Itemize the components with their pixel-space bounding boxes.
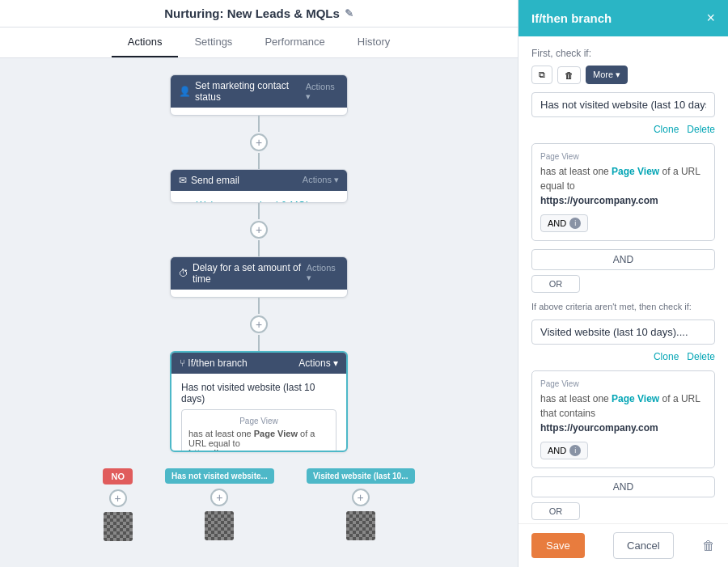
node-delay-header: ⏱ Delay for a set amount of time Actions… xyxy=(171,257,347,290)
b2-and-label: AND xyxy=(548,446,566,455)
branch-output-row: NO + Has not visited website... + Visite… xyxy=(103,468,414,541)
branch1-condition-label: Page View xyxy=(188,417,329,425)
trash-icon-toolbar: 🗑 xyxy=(565,70,574,80)
branch1-cond-text: has at least one Page View of a URL equa… xyxy=(540,164,706,208)
first-check-label: First, check if: xyxy=(531,48,715,59)
branch2-delete-btn[interactable]: Delete xyxy=(687,351,715,362)
branch2-cond-text: has at least one Page View of a URL that… xyxy=(540,391,706,435)
more-btn[interactable]: More ▾ xyxy=(586,66,628,84)
b2-url: https://yourcompany.com xyxy=(540,422,658,434)
delay-icon: ⏱ xyxy=(179,268,188,279)
email-icon: ✉ xyxy=(179,175,187,186)
checkerboard-no xyxy=(104,512,133,541)
line-2b xyxy=(258,240,260,256)
b2-info-icon: i xyxy=(569,445,581,456)
cancel-button[interactable]: Cancel xyxy=(613,532,673,559)
b2-pre: has at least one xyxy=(540,393,612,404)
node-send-email-title: ✉ Send email xyxy=(179,175,239,186)
branch-icon: ⑂ xyxy=(180,358,185,369)
tab-actions[interactable]: Actions xyxy=(112,28,179,57)
branch-visited-col: Visited website (last 10... + xyxy=(307,468,415,540)
branch1-cond-label: Page View xyxy=(540,152,706,161)
workflow-title: Nurturing: New Leads & MQLs ✎ xyxy=(164,6,353,20)
marketing-icon: 👤 xyxy=(179,86,191,97)
b1-highlight: Page View xyxy=(612,166,659,177)
branch1-delete-btn[interactable]: Delete xyxy=(687,124,715,135)
line-3 xyxy=(258,298,260,314)
branch1-and-btn[interactable]: AND i xyxy=(540,214,588,232)
b2-highlight: Page View xyxy=(612,393,659,404)
node-marketing-body: Set as a marketing contact xyxy=(171,108,347,116)
workflow-canvas: 👤 Set marketing contact status Actions ▾… xyxy=(0,58,518,557)
node-send-email-body: Welcome new lead & MQL ↗ xyxy=(171,191,347,203)
node-ifthen-title: ⑂ If/then branch xyxy=(180,358,248,369)
branch1-condition-box: Page View has at least one Page View of … xyxy=(181,409,336,452)
footer-trash-icon[interactable]: 🗑 xyxy=(702,539,715,553)
edit-icon[interactable]: ✎ xyxy=(345,7,353,19)
node-send-email: ✉ Send email Actions ▾ Welcome new lead … xyxy=(170,169,348,203)
branch1-name-input[interactable] xyxy=(531,92,715,117)
plus-hasnot[interactable]: + xyxy=(210,489,228,506)
node-ifthen-actions-btn[interactable]: Actions ▾ xyxy=(298,358,338,369)
and-label: AND xyxy=(548,218,566,228)
checkerboard-hasnot xyxy=(205,511,234,540)
tab-history[interactable]: History xyxy=(341,28,406,57)
branch2-clone-btn[interactable]: Clone xyxy=(654,351,679,362)
line-1b xyxy=(258,153,260,169)
node-delay-actions-btn[interactable]: Actions ▾ xyxy=(307,263,339,283)
branch1-add-and-btn[interactable]: AND xyxy=(531,249,715,270)
branch1-name-label: Has not visited website (last 10 days) xyxy=(181,382,336,404)
branch2-name-input[interactable] xyxy=(531,319,715,345)
info-icon: i xyxy=(569,218,581,229)
copy-icon: ⧉ xyxy=(539,70,545,80)
branch2-clone-delete: Clone Delete xyxy=(531,351,715,362)
branch1-condition-text: has at least one Page View of a URL equa… xyxy=(188,429,329,452)
second-check-label: If above criteria aren't met, then check… xyxy=(531,301,715,313)
branch2-cond-label: Page View xyxy=(540,379,706,388)
branch2-and-btn[interactable]: AND i xyxy=(540,442,588,459)
save-button[interactable]: Save xyxy=(531,533,585,558)
panel-header: If/then branch × xyxy=(518,0,728,36)
line-3b xyxy=(258,335,260,351)
b1-pre: has at least one xyxy=(540,166,612,177)
branch-hasnot-col: Has not visited website... + xyxy=(165,468,274,540)
branch2-condition: Page View has at least one Page View of … xyxy=(531,370,715,468)
plus-2[interactable]: + xyxy=(250,221,268,239)
node-ifthen-body: Has not visited website (last 10 days) P… xyxy=(171,374,346,452)
node-email-actions-btn[interactable]: Actions ▾ xyxy=(303,175,339,185)
ifthen-panel: If/then branch × First, check if: ⧉ 🗑 Mo… xyxy=(518,0,728,567)
branch1-clone-delete: Clone Delete xyxy=(531,124,715,135)
branch-no-tag: NO xyxy=(103,468,133,484)
line-2 xyxy=(258,203,260,219)
copy-btn[interactable]: ⧉ xyxy=(531,66,552,84)
tab-performance[interactable]: Performance xyxy=(248,28,341,57)
branch2-add-and-btn[interactable]: AND xyxy=(531,476,715,497)
branch2-or-btn[interactable]: OR xyxy=(531,502,580,520)
panel-title: If/then branch xyxy=(531,11,612,25)
node-marketing-actions-btn[interactable]: Actions ▾ xyxy=(306,82,339,102)
branch1-pageview-highlight: Page View xyxy=(254,429,298,438)
node-delay-body: 5 days xyxy=(171,290,347,298)
node-marketing-status-header: 👤 Set marketing contact status Actions ▾ xyxy=(171,75,347,108)
panel-close-btn[interactable]: × xyxy=(706,10,715,27)
node-ifthen-header: ⑂ If/then branch Actions ▾ xyxy=(171,353,346,374)
b1-url: https://yourcompany.com xyxy=(540,195,658,206)
plus-1[interactable]: + xyxy=(250,133,268,151)
panel-footer: Save Cancel 🗑 xyxy=(518,523,728,567)
branch1-condition: Page View has at least one Page View of … xyxy=(531,143,715,241)
node-delay-title: ⏱ Delay for a set amount of time xyxy=(179,262,307,285)
node-marketing-status-title: 👤 Set marketing contact status xyxy=(179,80,306,103)
checkerboard-visited xyxy=(346,511,375,540)
panel-toolbar: ⧉ 🗑 More ▾ xyxy=(531,66,715,84)
branch1-or-btn[interactable]: OR xyxy=(531,275,580,293)
node-ifthen: ⑂ If/then branch Actions ▾ Has not visit… xyxy=(170,351,348,452)
plus-3[interactable]: + xyxy=(250,315,268,333)
plus-visited[interactable]: + xyxy=(352,489,370,506)
panel-content: First, check if: ⧉ 🗑 More ▾ Clone Delete… xyxy=(518,36,728,567)
tab-settings[interactable]: Settings xyxy=(178,28,248,57)
plus-no[interactable]: + xyxy=(109,489,127,507)
branch1-url: https://yourcompany.com xyxy=(188,448,297,452)
node-marketing-status: 👤 Set marketing contact status Actions ▾… xyxy=(170,74,348,116)
branch1-clone-btn[interactable]: Clone xyxy=(654,124,679,135)
trash-toolbar-btn[interactable]: 🗑 xyxy=(557,66,581,84)
